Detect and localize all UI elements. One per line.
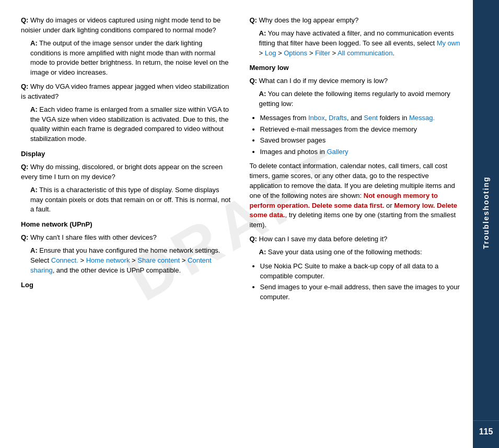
list-item: Saved browser pages — [260, 136, 463, 146]
qa-block: Q: Why can't I share files with other de… — [21, 233, 234, 275]
qa-block: Q: Why do VGA video frames appear jagged… — [21, 82, 234, 144]
link-drafts: Drafts — [329, 114, 347, 122]
qa-block: Q: How can I save my data before deletin… — [250, 234, 463, 257]
main-content: DRAFT Q: Why do images or videos capture… — [0, 0, 473, 448]
section-heading-log: Log — [21, 280, 234, 290]
list-item: Images and photos in Gallery — [260, 147, 463, 157]
link-all-communication: All communication — [338, 49, 393, 57]
sidebar-label: Troubleshooting — [482, 5, 490, 420]
save-data-bullets: Use Nokia PC Suite to make a back-up cop… — [260, 262, 463, 302]
delete-info-paragraph: To delete contact information, calendar … — [250, 161, 463, 230]
question: Q: Why do missing, discolored, or bright… — [21, 162, 234, 182]
question: Q: Why does the log appear empty? — [250, 16, 463, 26]
link-log: Log — [265, 49, 276, 57]
answer: A: Ensure that you have configured the h… — [21, 246, 234, 276]
question: Q: Why do images or videos captured usin… — [21, 16, 234, 36]
question: Q: Why do VGA video frames appear jagged… — [21, 82, 234, 102]
question: Q: Why can't I share files with other de… — [21, 233, 234, 243]
list-item: Use Nokia PC Suite to make a back-up cop… — [260, 262, 463, 281]
left-column: Q: Why do images or videos captured usin… — [21, 16, 234, 432]
link-options: Options — [284, 49, 307, 57]
page-number: 115 — [473, 420, 499, 443]
list-item: Retrieved e-mail messages from the devic… — [260, 125, 463, 135]
answer: A: You may have activated a filter, and … — [250, 29, 463, 58]
section-heading-memory-low: Memory low — [250, 63, 463, 73]
qa-block: Q: Why do missing, discolored, or bright… — [21, 162, 234, 215]
qa-block: Q: Why does the log appear empty? A: You… — [250, 16, 463, 58]
list-item: Messages from Inbox, Drafts, and Sent fo… — [260, 113, 463, 123]
link-sent: Sent — [364, 114, 378, 122]
sidebar: Troubleshooting 115 — [473, 0, 499, 448]
question: Q: What can I do if my device memory is … — [250, 76, 463, 86]
section-heading-home-network: Home network (UPnP) — [21, 220, 234, 230]
answer: A: The output of the image sensor under … — [21, 39, 234, 78]
two-column: Q: Why do images or videos captured usin… — [21, 16, 462, 432]
link-my-own: My own — [437, 39, 460, 47]
link-inbox: Inbox — [308, 114, 325, 122]
link-share-content: Share content — [137, 256, 180, 264]
link-messag: Messag. — [409, 114, 435, 122]
answer: A: Save your data using one of the follo… — [250, 247, 463, 257]
qa-block: Q: Why do images or videos captured usin… — [21, 16, 234, 78]
memory-bullets: Messages from Inbox, Drafts, and Sent fo… — [260, 113, 463, 157]
question: Q: How can I save my data before deletin… — [250, 234, 463, 244]
list-item: Send images to your e-mail address, then… — [260, 282, 463, 302]
link-gallery: Gallery — [327, 148, 348, 156]
right-column: Q: Why does the log appear empty? A: You… — [250, 16, 463, 432]
section-heading-display: Display — [21, 149, 234, 159]
qa-block: Q: What can I do if my device memory is … — [250, 76, 463, 109]
answer: A: Each video frame is enlarged from a s… — [21, 105, 234, 144]
answer: A: This is a characteristic of this type… — [21, 185, 234, 215]
link-filter: Filter — [315, 49, 330, 57]
link-home-network: Home network — [86, 256, 130, 264]
link-connect: Connect. — [51, 256, 78, 264]
answer: A: You can delete the following items re… — [250, 89, 463, 109]
